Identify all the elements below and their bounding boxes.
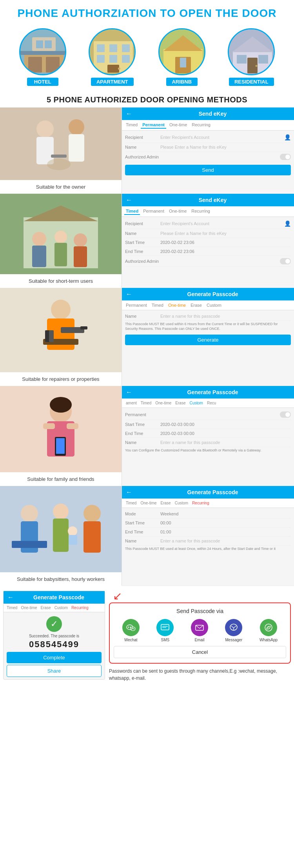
svg-rect-12 bbox=[122, 44, 130, 52]
svg-point-68 bbox=[53, 504, 69, 519]
email-icon bbox=[191, 619, 208, 636]
value-name-1: Please Enter a Name for this eKey bbox=[160, 145, 291, 149]
label-starttime-4: Start Time bbox=[125, 422, 160, 427]
tab-onetime-5[interactable]: One-time bbox=[139, 500, 158, 506]
label-recipient-2: Recipient bbox=[125, 221, 160, 226]
tab-recurring-2[interactable]: Recurring bbox=[190, 208, 212, 215]
tab-timed-2[interactable]: Timed bbox=[124, 208, 140, 215]
svg-point-30 bbox=[256, 65, 258, 67]
value-starttime-2: 2020-02-02 23:06 bbox=[160, 240, 291, 245]
share-whatsapp[interactable]: WhatsApp bbox=[260, 619, 278, 642]
tab-onetime-2[interactable]: One-time bbox=[167, 208, 188, 215]
share-button[interactable]: Share bbox=[7, 665, 102, 677]
share-messager[interactable]: Messager bbox=[225, 619, 242, 642]
send-button-1[interactable]: Send bbox=[125, 165, 291, 175]
tab-permanent-2[interactable]: Permanent bbox=[142, 208, 166, 215]
sms-icon bbox=[156, 619, 174, 636]
value-recipient-2: Enter Recipient's Account bbox=[160, 221, 284, 226]
svg-point-88 bbox=[268, 627, 269, 628]
tab-perm-4[interactable]: ament bbox=[124, 400, 138, 406]
value-name-4: Enter a name for this passcode bbox=[160, 440, 291, 445]
svg-rect-14 bbox=[109, 55, 117, 63]
svg-rect-46 bbox=[74, 246, 87, 267]
back-arrow-bottom[interactable]: ← bbox=[7, 594, 14, 601]
label-admin-1: Authorized Admin bbox=[125, 155, 160, 159]
svg-rect-67 bbox=[12, 541, 47, 548]
cancel-button[interactable]: Cancel bbox=[114, 646, 286, 658]
method-block-1: Suitable for the owner ← Send eKey Timed… bbox=[0, 107, 294, 194]
svg-rect-4 bbox=[20, 51, 66, 55]
tab-timed-b[interactable]: Timed bbox=[5, 605, 19, 611]
tab-onetime-4[interactable]: One-time bbox=[154, 400, 173, 406]
bottom-left-panel: ← Generate Passcode Timed One-time Erase… bbox=[3, 591, 105, 680]
label-endtime-4: End Time bbox=[125, 431, 160, 436]
tab-permanent-1[interactable]: Permanent bbox=[141, 122, 166, 129]
tab-timed-5[interactable]: Timed bbox=[124, 500, 138, 506]
label-name-5: Name bbox=[125, 539, 160, 543]
svg-rect-3 bbox=[46, 57, 60, 73]
tab-erase-5[interactable]: Erase bbox=[159, 500, 172, 506]
tab-timed-4[interactable]: Timed bbox=[139, 400, 153, 406]
whatsapp-icon bbox=[260, 619, 277, 636]
tab-onetime-b[interactable]: One-time bbox=[19, 605, 38, 611]
panel-header-1: ← Send eKey bbox=[122, 107, 294, 120]
field-recipient-2: Recipient Enter Recipient's Account 👤 bbox=[125, 218, 291, 229]
tab-recurring-5[interactable]: Recurring bbox=[191, 500, 211, 506]
tab-recurring-1[interactable]: Recurring bbox=[190, 122, 212, 129]
tab-erase-b[interactable]: Erase bbox=[39, 605, 53, 611]
back-arrow-icon[interactable]: ← bbox=[126, 110, 132, 117]
back-arrow-icon-2[interactable]: ← bbox=[126, 197, 132, 204]
tab-custom-b[interactable]: Custom bbox=[53, 605, 69, 611]
tab-custom-5[interactable]: Custom bbox=[173, 500, 190, 506]
tab-erase-4[interactable]: Erase bbox=[174, 400, 187, 406]
svg-point-87 bbox=[267, 628, 268, 628]
method-panel-1: ← Send eKey Timed Permanent One-time Rec… bbox=[122, 107, 294, 193]
svg-rect-10 bbox=[97, 44, 105, 52]
value-mode-5: Weekend bbox=[160, 511, 291, 516]
svg-point-75 bbox=[128, 627, 129, 628]
tab-perm-3[interactable]: Permanent bbox=[124, 302, 149, 308]
svg-rect-62 bbox=[43, 423, 55, 429]
generate-button-3[interactable]: Generate bbox=[125, 335, 291, 345]
tab-timed-3[interactable]: Timed bbox=[150, 302, 165, 308]
label-name-3: Name bbox=[125, 314, 160, 318]
tab-custom-4[interactable]: Custom bbox=[188, 400, 204, 406]
share-popup-title: Send Passcode via bbox=[114, 608, 286, 614]
svg-rect-11 bbox=[109, 44, 117, 52]
email-label: Email bbox=[194, 638, 204, 642]
method-image-4: Suitable for family and friends bbox=[0, 386, 122, 486]
svg-point-58 bbox=[50, 397, 72, 413]
toggle-admin-1[interactable] bbox=[280, 154, 291, 160]
tab-erase-3[interactable]: Erase bbox=[189, 302, 203, 308]
bottom-panel-header: ← Generate Passcode bbox=[4, 591, 105, 604]
svg-rect-36 bbox=[51, 155, 67, 158]
tab-onetime-3[interactable]: One-time bbox=[167, 302, 187, 308]
tab-recu-4[interactable]: Recu bbox=[205, 400, 218, 406]
toggle-permanent-4[interactable] bbox=[280, 411, 291, 418]
back-arrow-icon-4[interactable]: ← bbox=[126, 389, 132, 396]
tab-onetime-1[interactable]: One-time bbox=[168, 122, 189, 129]
svg-point-70 bbox=[83, 505, 101, 522]
share-email[interactable]: Email bbox=[191, 619, 208, 642]
bottom-panel-title: Generate Passcode bbox=[17, 594, 101, 601]
field-name-5: Name Enter a name for this passcode bbox=[125, 537, 291, 546]
panel-note-5: This Passcode MUST BE used at least Once… bbox=[125, 546, 291, 553]
field-starttime-2: Start Time 2020-02-02 23:06 bbox=[125, 238, 291, 247]
tab-timed-1[interactable]: Timed bbox=[124, 122, 139, 129]
label-name-2: Name bbox=[125, 231, 160, 236]
hotel-label: HOTEL bbox=[27, 78, 58, 86]
svg-rect-55 bbox=[49, 330, 54, 342]
share-wechat[interactable]: Wechat bbox=[122, 619, 140, 642]
bottom-panel-tabs: Timed One-time Erase Custom Recurring bbox=[4, 604, 105, 612]
toggle-admin-2[interactable] bbox=[280, 258, 291, 264]
bottom-generate-panel: ← Generate Passcode Timed One-time Erase… bbox=[3, 591, 105, 680]
airbnb-image bbox=[158, 28, 205, 75]
label-endtime-2: End Time bbox=[125, 249, 160, 254]
method-caption-4: Suitable for family and friends bbox=[0, 472, 122, 486]
tab-custom-3[interactable]: Custom bbox=[205, 302, 223, 308]
tab-recurring-b[interactable]: Recurring bbox=[70, 605, 90, 611]
share-sms[interactable]: SMS bbox=[156, 619, 174, 642]
back-arrow-icon-5[interactable]: ← bbox=[126, 489, 132, 496]
back-arrow-icon-3[interactable]: ← bbox=[126, 291, 132, 298]
complete-button[interactable]: Complete bbox=[7, 652, 102, 663]
